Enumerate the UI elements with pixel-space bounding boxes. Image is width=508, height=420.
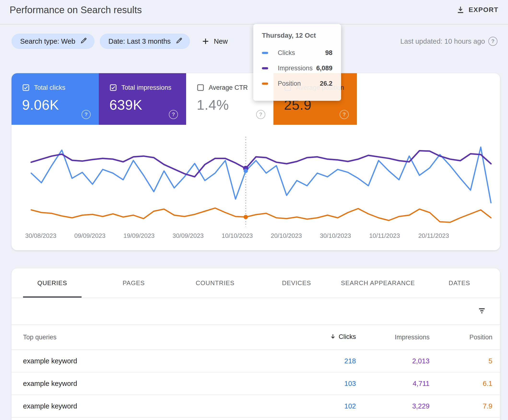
x-axis-label: 30/09/2023: [172, 232, 204, 240]
query-cell[interactable]: example keyword: [12, 357, 289, 365]
x-axis-label: 30/08/2023: [25, 232, 56, 240]
position-cell: 7.9: [430, 402, 493, 410]
new-filter-label: New: [214, 38, 228, 45]
clicks-cell: 102: [289, 402, 356, 410]
metric-label: Total impressions: [121, 84, 171, 91]
page-title: Performance on Search results: [10, 5, 142, 15]
export-button[interactable]: EXPORT: [456, 6, 498, 14]
help-icon[interactable]: ?: [488, 37, 497, 46]
column-header-clicks[interactable]: Clicks: [289, 333, 356, 342]
table-body: example keyword2182,0135example keyword1…: [12, 350, 500, 418]
x-axis-labels: 30/08/202309/09/202319/09/202330/09/2023…: [12, 232, 500, 240]
help-icon[interactable]: ?: [169, 110, 178, 119]
help-icon[interactable]: ?: [256, 110, 265, 119]
tooltip-metric-value: 98: [325, 49, 332, 57]
filter-bar: Search type: Web Date: Last 3 months New: [12, 34, 228, 49]
clicks-cell: 103: [289, 380, 356, 388]
metric-label: Total clicks: [34, 84, 66, 91]
column-header-queries[interactable]: Top queries: [12, 334, 289, 341]
edit-pencil-icon: [176, 37, 183, 46]
series-dash-icon: [262, 52, 268, 54]
table-row[interactable]: example keyword2182,0135: [12, 350, 500, 373]
query-cell[interactable]: example keyword: [12, 380, 289, 388]
tooltip-row-clicks: Clicks98: [262, 45, 332, 60]
series-dash-icon: [262, 82, 268, 85]
total-clicks-card[interactable]: Total clicks 9.06K ?: [12, 73, 99, 125]
tooltip-row-position: Position26.2: [262, 76, 332, 91]
export-label: EXPORT: [469, 6, 498, 14]
position-line: [31, 208, 491, 222]
column-header-position[interactable]: Position: [430, 334, 493, 341]
x-axis-label: 19/09/2023: [123, 232, 155, 240]
clicks-hover-dot: [244, 169, 248, 173]
table-row[interactable]: example keyword1034,7116.1: [12, 373, 500, 395]
search-type-label: Search type: Web: [20, 38, 75, 45]
impressions-cell: 4,711: [356, 380, 430, 388]
dimension-tabs: QUERIESPAGESCOUNTRIESDEVICESSEARCH APPEA…: [12, 268, 500, 298]
position-cell: 5: [430, 357, 493, 365]
position-hover-dot: [244, 215, 248, 219]
series-dash-icon: [262, 67, 268, 69]
impressions-cell: 2,013: [356, 357, 430, 365]
column-header-impressions[interactable]: Impressions: [356, 334, 430, 341]
filter-icon[interactable]: [477, 306, 487, 316]
search-type-chip[interactable]: Search type: Web: [12, 34, 95, 49]
search-console-performance-page: { "page": {"title": "Performance on Sear…: [0, 0, 508, 420]
query-cell[interactable]: example keyword: [12, 402, 289, 410]
checkbox-icon[interactable]: [197, 84, 204, 91]
clicks-cell: 218: [289, 357, 356, 365]
last-updated-text: Last updated: 10 hours ago: [400, 38, 485, 45]
tab-countries[interactable]: COUNTRIES: [174, 268, 256, 298]
x-axis-label: 20/11/2023: [418, 232, 449, 240]
tooltip-metric-label: Impressions: [278, 65, 316, 72]
total-impressions-card[interactable]: Total impressions 639K ?: [99, 73, 186, 125]
tooltip-metric-label: Position: [278, 80, 320, 87]
tab-dates[interactable]: DATES: [419, 268, 500, 298]
tooltip-metric-value: 6,089: [316, 65, 332, 72]
chart-hover-tooltip: Thursday, 12 Oct Clicks98Impressions6,08…: [253, 24, 341, 101]
help-icon[interactable]: ?: [81, 110, 91, 119]
checkbox-icon[interactable]: [109, 84, 117, 91]
checkbox-icon[interactable]: [22, 84, 30, 91]
last-updated: Last updated: 10 hours ago ?: [400, 34, 497, 49]
dimensions-table-card: QUERIESPAGESCOUNTRIESDEVICESSEARCH APPEA…: [12, 268, 500, 420]
impressions-cell: 3,229: [356, 402, 430, 410]
clicks-line: [31, 147, 491, 203]
tooltip-metric-label: Clicks: [278, 49, 325, 57]
position-cell: 6.1: [430, 380, 493, 388]
tab-queries[interactable]: QUERIES: [12, 268, 93, 298]
table-header-row: Top queries Clicks Impressions Position: [12, 325, 500, 350]
x-axis-label: 30/10/2023: [320, 232, 351, 240]
date-range-label: Date: Last 3 months: [108, 38, 171, 45]
edit-pencil-icon: [80, 37, 87, 46]
help-icon[interactable]: ?: [340, 110, 349, 119]
x-axis-label: 10/10/2023: [222, 232, 253, 240]
tab-pages[interactable]: PAGES: [93, 268, 175, 298]
table-filter-row: [12, 298, 500, 325]
plus-icon: [201, 37, 210, 45]
x-axis-label: 09/09/2023: [74, 232, 105, 240]
download-icon: [456, 6, 465, 14]
tab-devices[interactable]: DEVICES: [256, 268, 338, 298]
sort-desc-icon: [330, 333, 336, 342]
page-header: Performance on Search results EXPORT: [0, 0, 508, 17]
x-axis-label: 10/11/2023: [369, 232, 400, 240]
tooltip-date: Thursday, 12 Oct: [262, 32, 332, 39]
new-filter-button[interactable]: New: [201, 37, 228, 45]
x-axis-label: 20/10/2023: [271, 232, 302, 240]
tooltip-row-impressions: Impressions6,089: [262, 60, 332, 76]
tooltip-metric-value: 26.2: [320, 80, 332, 87]
tab-search-appearance[interactable]: SEARCH APPEARANCE: [337, 268, 419, 298]
table-row[interactable]: example keyword1023,2297.9: [12, 395, 500, 418]
metric-label: Average CTR: [209, 84, 248, 91]
date-range-chip[interactable]: Date: Last 3 months: [100, 34, 190, 49]
